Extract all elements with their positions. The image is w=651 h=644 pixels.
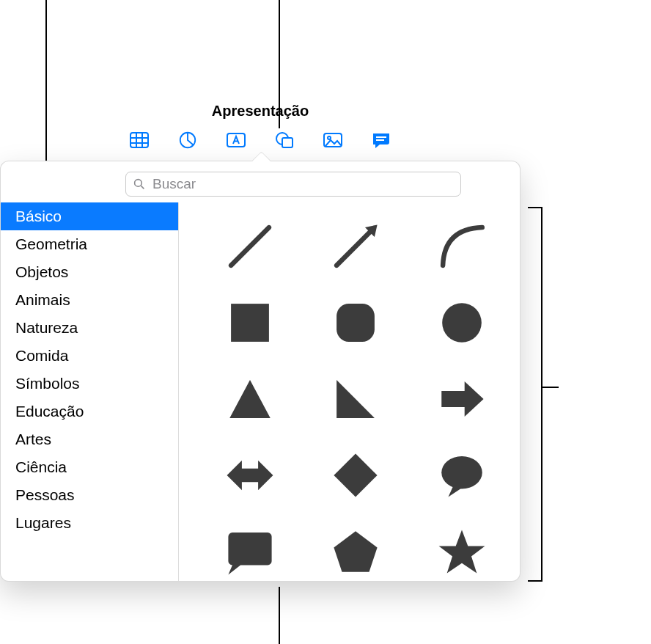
svg-point-19 (442, 303, 482, 343)
shape-rounded-square[interactable] (314, 286, 397, 359)
comment-icon (371, 131, 391, 150)
shapes-grid (179, 202, 520, 581)
shape-callout-square[interactable] (208, 515, 292, 581)
search-row (1, 161, 520, 202)
sidebar-item-label: Educação (15, 403, 84, 420)
callout-line-grid (279, 587, 280, 644)
shape-icon (274, 131, 295, 150)
svg-point-10 (328, 136, 331, 139)
callout-bracket-top (528, 207, 542, 208)
sidebar-item-ciencia[interactable]: Ciência (1, 453, 178, 481)
insert-media-button[interactable] (321, 130, 345, 150)
svg-rect-17 (231, 304, 269, 342)
media-icon (323, 131, 343, 150)
search-field[interactable] (125, 172, 461, 197)
svg-line-14 (141, 186, 144, 189)
sidebar-item-natureza[interactable]: Natureza (1, 314, 178, 342)
svg-rect-8 (282, 138, 293, 147)
insert-table-button[interactable] (128, 130, 151, 150)
shape-triangle[interactable] (208, 362, 292, 436)
sidebar-item-objetos[interactable]: Objetos (1, 258, 178, 286)
shapes-panel: Apresentação (0, 94, 521, 582)
shape-arrow-left-right[interactable] (208, 439, 292, 512)
shape-arrow-right[interactable] (420, 362, 504, 436)
sidebar-item-label: Comida (15, 347, 68, 364)
svg-rect-0 (130, 133, 148, 147)
sidebar-item-label: Básico (15, 208, 62, 224)
callout-bracket-upper (541, 207, 542, 387)
sidebar-item-label: Pessoas (15, 486, 75, 503)
chart-icon (177, 131, 198, 150)
shape-circle[interactable] (420, 286, 504, 359)
search-input[interactable] (151, 175, 453, 193)
sidebar-item-simbolos[interactable]: Símbolos (1, 370, 178, 398)
svg-line-15 (231, 227, 269, 266)
search-icon (133, 178, 145, 190)
insert-text-button[interactable] (224, 130, 248, 150)
sidebar-item-geometria[interactable]: Geometria (1, 230, 178, 258)
sidebar-item-label: Ciência (15, 458, 67, 475)
sidebar-item-label: Animais (15, 291, 70, 308)
callout-bracket-lower (541, 387, 542, 582)
callout-bracket-bottom (528, 580, 542, 582)
window-title: Apresentação (0, 94, 521, 127)
table-icon (129, 131, 150, 150)
sidebar-item-animais[interactable]: Animais (1, 286, 178, 314)
insert-comment-button[interactable] (369, 130, 393, 150)
text-icon (226, 131, 246, 150)
sidebar-item-comida[interactable]: Comida (1, 342, 178, 370)
sidebar-item-label: Símbolos (15, 375, 80, 392)
insert-chart-button[interactable] (176, 130, 199, 150)
insert-shape-button[interactable] (273, 130, 296, 150)
svg-line-16 (337, 232, 371, 266)
category-sidebar: Básico Geometria Objetos Animais Naturez… (1, 202, 179, 581)
sidebar-item-label: Objetos (15, 263, 68, 280)
callout-bracket-mid (541, 387, 559, 388)
sidebar-item-label: Geometria (15, 235, 87, 252)
sidebar-item-artes[interactable]: Artes (1, 425, 178, 453)
sidebar-item-pessoas[interactable]: Pessoas (1, 481, 178, 509)
shape-right-triangle[interactable] (314, 362, 397, 436)
sidebar-item-label: Lugares (15, 514, 71, 531)
shape-square[interactable] (208, 286, 292, 359)
svg-point-13 (135, 180, 142, 187)
sidebar-item-educacao[interactable]: Educação (1, 398, 178, 425)
shape-pentagon[interactable] (314, 515, 397, 581)
shape-line[interactable] (208, 210, 292, 283)
shapes-popover: Básico Geometria Objetos Animais Naturez… (0, 161, 521, 582)
sidebar-item-label: Artes (15, 431, 51, 447)
shape-curve[interactable] (420, 210, 504, 283)
shape-star[interactable] (420, 515, 504, 581)
sidebar-item-lugares[interactable]: Lugares (1, 509, 178, 537)
sidebar-item-basico[interactable]: Básico (1, 202, 178, 230)
popover-body: Básico Geometria Objetos Animais Naturez… (1, 202, 520, 581)
shape-speech-bubble[interactable] (420, 439, 504, 512)
svg-point-20 (441, 456, 482, 489)
svg-rect-18 (337, 304, 375, 342)
sidebar-item-label: Natureza (15, 319, 78, 336)
shape-diamond[interactable] (314, 439, 397, 512)
shape-arrow-line[interactable] (314, 210, 397, 283)
